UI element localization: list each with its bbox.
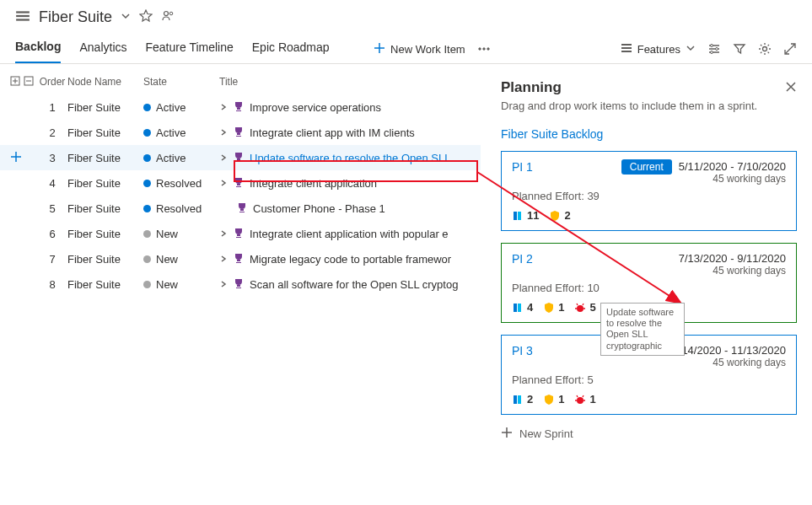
cell-title[interactable]: Integrate client application [219, 176, 481, 191]
chevron-right-icon[interactable] [219, 126, 228, 139]
table-row[interactable]: 6 Fiber Suite New Integrate client appli… [0, 221, 481, 246]
project-title[interactable]: Fiber Suite [39, 8, 112, 26]
cell-order: 7 [37, 253, 67, 266]
cell-state: Resolved [143, 202, 219, 215]
new-work-item-button[interactable]: New Work Item [374, 42, 465, 56]
table-row[interactable]: 8 Fiber Suite New Scan all software for … [0, 271, 481, 297]
svg-rect-1 [16, 15, 30, 17]
svg-rect-19 [514, 304, 517, 312]
col-node[interactable]: Node Name [67, 76, 143, 88]
features-dropdown[interactable]: Features [621, 42, 696, 56]
cell-state: Active [143, 101, 219, 114]
plus-icon [374, 42, 385, 56]
cell-title[interactable]: Migrate legacy code to portable framewor [219, 252, 481, 266]
work-item-title: Update software to resolve the Open SLL [250, 152, 450, 164]
cell-state: New [143, 253, 219, 266]
cell-title[interactable]: Customer Phone - Phase 1 [219, 201, 481, 216]
chevron-right-icon[interactable] [219, 101, 228, 114]
col-order[interactable]: Order [37, 76, 67, 88]
chevron-right-icon[interactable] [219, 228, 228, 240]
svg-point-4 [169, 12, 173, 15]
backlog-link[interactable]: Fiber Suite Backlog [501, 127, 797, 141]
sprint-name[interactable]: PI 1 [512, 160, 533, 185]
cell-order: 2 [37, 126, 67, 139]
svg-point-12 [716, 48, 718, 51]
features-label: Features [637, 43, 680, 56]
topbar: Fiber Suite [0, 0, 812, 33]
tab-backlog[interactable]: Backlog [15, 40, 61, 63]
cell-node: Fiber Suite [67, 278, 143, 291]
table-row[interactable]: 2 Fiber Suite Active Integrate client ap… [0, 120, 481, 145]
table-row[interactable]: 4 Fiber Suite Resolved Integrate client … [0, 170, 481, 196]
project-icon [15, 8, 30, 26]
col-title[interactable]: Title [219, 76, 481, 88]
work-item-title: Scan all software for the Open SLL crypt… [250, 278, 458, 291]
tab-feature-timeline[interactable]: Feature Timeline [146, 40, 234, 62]
table-row[interactable]: 3 Fiber Suite Active Update software to … [0, 145, 481, 170]
settings-icon[interactable] [707, 42, 721, 56]
sprint-name[interactable]: PI 2 [512, 252, 533, 277]
svg-rect-10 [621, 51, 632, 52]
state-dot-icon [143, 129, 151, 137]
team-icon[interactable] [161, 9, 175, 25]
svg-rect-0 [16, 11, 30, 13]
tab-analytics[interactable]: Analytics [79, 40, 126, 62]
panel-title: Planning [501, 79, 562, 96]
filter-icon[interactable] [733, 42, 746, 56]
chevron-down-icon [686, 43, 696, 56]
cell-title[interactable]: Update software to resolve the Open SLL [219, 151, 481, 165]
more-icon[interactable] [477, 42, 491, 56]
svg-rect-20 [518, 304, 521, 312]
badge-shield: 1 [543, 301, 564, 314]
expand-all-icon[interactable] [10, 76, 20, 89]
state-dot-icon [143, 180, 151, 187]
features-icon [621, 42, 632, 56]
cell-title[interactable]: Scan all software for the Open SLL crypt… [219, 277, 481, 292]
table-row[interactable]: 1 Fiber Suite Active Improve service ope… [0, 94, 481, 120]
col-state[interactable]: State [143, 76, 219, 88]
chevron-right-icon[interactable] [219, 278, 228, 291]
state-dot-icon [143, 281, 151, 288]
svg-rect-9 [621, 47, 632, 49]
cell-title[interactable]: Integrate client application with popula… [219, 227, 481, 241]
sprint-card[interactable]: PI 1 Current5/11/2020 - 7/10/2020 45 wor… [501, 151, 797, 231]
badge-bug: 1 [574, 393, 595, 406]
gear-icon[interactable] [758, 42, 772, 56]
drag-ghost: Update software to resolve the Open SLL … [600, 303, 685, 356]
chevron-down-icon[interactable] [121, 11, 131, 24]
state-dot-icon [143, 154, 151, 162]
trophy-icon [233, 126, 245, 140]
table-row[interactable]: 5 Fiber Suite Resolved Customer Phone - … [0, 196, 481, 221]
chevron-right-icon[interactable] [219, 253, 228, 266]
cell-state: New [143, 228, 219, 240]
cell-state: Active [143, 152, 219, 164]
close-icon[interactable] [785, 81, 797, 95]
collapse-all-icon[interactable] [24, 76, 34, 89]
tab-epic-roadmap[interactable]: Epic Roadmap [252, 40, 330, 62]
cell-title[interactable]: Improve service operations [219, 100, 481, 115]
chevron-right-icon[interactable] [219, 177, 228, 190]
star-icon[interactable] [139, 9, 153, 25]
chevron-right-icon[interactable] [219, 152, 228, 164]
trophy-icon [236, 201, 248, 216]
svg-point-21 [577, 305, 583, 312]
expand-icon[interactable] [783, 42, 797, 56]
new-sprint-button[interactable]: New Sprint [501, 427, 797, 441]
trophy-icon [233, 277, 245, 292]
badge-bug: 5 [574, 301, 595, 314]
cell-node: Fiber Suite [67, 177, 143, 190]
svg-rect-17 [514, 212, 517, 220]
cell-state: New [143, 278, 219, 291]
cell-order: 6 [37, 228, 67, 240]
sprint-name[interactable]: PI 3 [512, 344, 533, 368]
sprint-days: 45 working days [673, 357, 786, 368]
sprint-effort: Planned Effort: 5 [512, 373, 786, 386]
state-dot-icon [143, 104, 151, 111]
add-icon[interactable] [10, 151, 22, 165]
new-sprint-label: New Sprint [519, 427, 573, 440]
work-item-title: Migrate legacy code to portable framewor [250, 253, 451, 266]
badge-book: 2 [512, 393, 533, 406]
trophy-icon [233, 227, 245, 241]
cell-title[interactable]: Integrate client app with IM clients [219, 126, 481, 140]
table-row[interactable]: 7 Fiber Suite New Migrate legacy code to… [0, 246, 481, 271]
